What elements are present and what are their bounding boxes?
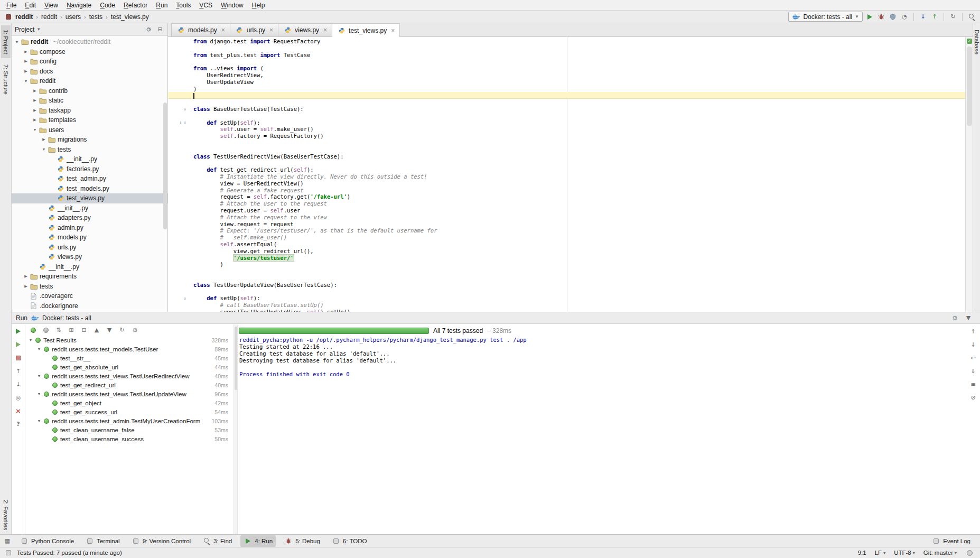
tree-item-adapters.py[interactable]: adapters.py	[12, 213, 167, 223]
chevron-down-icon[interactable]: ▼	[36, 392, 42, 396]
stripe-button-database[interactable]: Database	[972, 25, 980, 59]
tree-item-taskapp[interactable]: ▶taskapp	[12, 106, 167, 116]
toolwindow-button-pythonconsole[interactable]: Python Console	[17, 535, 77, 547]
test-result-row[interactable]: test_clean_username_success50ms	[25, 434, 234, 443]
help-icon[interactable]: ?	[14, 420, 23, 428]
test-result-row[interactable]: test_get_object42ms	[25, 398, 234, 407]
chevron-down-icon[interactable]: ▼	[14, 40, 20, 44]
code-line[interactable]	[168, 146, 965, 153]
down-stack-icon[interactable]: ↓	[969, 340, 977, 349]
menu-help[interactable]: Help	[248, 1, 269, 10]
override-marker-icon[interactable]: ↓	[184, 296, 186, 301]
code-line[interactable]	[168, 160, 965, 166]
chevron-right-icon[interactable]: ▶	[23, 69, 29, 73]
tree-item-reddit[interactable]: ▼reddit	[12, 76, 167, 86]
profiler-icon[interactable]: ◔	[900, 13, 909, 21]
code-line[interactable]: # Attach the user to the request	[168, 200, 965, 207]
rerun-icon[interactable]	[14, 327, 23, 336]
code-line[interactable]: view.request = request	[168, 221, 965, 228]
inspector-icon[interactable]	[965, 548, 974, 557]
code-line[interactable]	[168, 113, 965, 119]
vcs-update-icon[interactable]: ↓	[919, 13, 927, 21]
tree-item-.dockerignore[interactable]: .dockerignore	[12, 301, 167, 311]
code-line[interactable]	[168, 140, 965, 146]
editor-tab-views.py[interactable]: views.py×	[278, 23, 332, 36]
menu-vcs[interactable]: VCS	[195, 1, 217, 10]
menu-edit[interactable]: Edit	[21, 1, 40, 10]
tree-item-requirements[interactable]: ▶requirements	[12, 272, 167, 282]
pin-icon[interactable]: ◎	[14, 393, 23, 402]
chevron-right-icon[interactable]: ▶	[32, 108, 38, 113]
code-line[interactable]: self.user = self.make_user()	[168, 126, 965, 133]
test-result-row[interactable]: ▼reddit.users.tests.test_views.TestUserU…	[25, 389, 234, 398]
run-console-output[interactable]: reddit_pycha:python -u /opt/.pycharm_hel…	[238, 335, 966, 534]
menu-run[interactable]: Run	[152, 1, 172, 10]
breadcrumb-item[interactable]: reddit	[40, 13, 58, 21]
test-history-icon[interactable]: ↻	[118, 326, 126, 334]
menu-view[interactable]: View	[40, 1, 62, 10]
code-line[interactable]: view.get_redirect_url(),	[168, 248, 965, 255]
history-icon[interactable]: ↻	[949, 13, 957, 21]
chevron-right-icon[interactable]: ▶	[23, 284, 29, 289]
code-line[interactable]: # Attach the request to the view	[168, 214, 965, 221]
hide-icon[interactable]: ▼	[964, 314, 973, 322]
sort-alphabetically-icon[interactable]: ⇅	[54, 326, 63, 334]
breadcrumb-item[interactable]: reddit	[14, 13, 34, 21]
close-icon[interactable]: ×	[14, 406, 23, 415]
code-line[interactable]: self.factory = RequestFactory()	[168, 133, 965, 140]
settings-icon[interactable]	[144, 25, 153, 34]
switcher-icon[interactable]: ▦	[3, 537, 12, 545]
tree-item-compose[interactable]: ▶compose	[12, 47, 167, 57]
tree-item-reddit[interactable]: ▼reddit ~/cookiecutter/reddit	[12, 37, 167, 47]
show-ignored-icon[interactable]	[42, 326, 50, 334]
up-stack-icon[interactable]: ↑	[969, 327, 977, 336]
menu-code[interactable]: Code	[96, 1, 119, 10]
stop-icon[interactable]	[14, 354, 23, 362]
code-line[interactable]: class TestUserRedirectView(BaseUserTestC…	[168, 153, 965, 160]
code-line[interactable]	[168, 58, 965, 65]
tree-item-models.py[interactable]: models.py	[12, 232, 167, 243]
tree-item-test_admin.py[interactable]: test_admin.py	[12, 174, 167, 184]
run-icon[interactable]	[865, 13, 874, 21]
tree-item-test_views.py[interactable]: test_views.py	[12, 193, 167, 203]
menu-navigate[interactable]: Navigate	[62, 1, 96, 10]
tree-item-.coveragerc[interactable]: .coveragerc	[12, 291, 167, 301]
code-line[interactable]: request = self.factory.get('/fake-url')	[168, 193, 965, 200]
code-line[interactable]	[168, 275, 965, 282]
close-icon[interactable]: ×	[221, 26, 225, 34]
code-line[interactable]: )	[168, 86, 965, 92]
code-line[interactable]	[168, 45, 965, 52]
rerun-failed-icon[interactable]	[14, 340, 23, 349]
encoding-widget[interactable]: UTF-8▾	[894, 550, 915, 556]
close-icon[interactable]: ×	[391, 27, 395, 34]
collapse-all-icon[interactable]: ⊟	[80, 326, 88, 334]
chevron-down-icon[interactable]: ▼	[23, 79, 29, 83]
code-line[interactable]: '/users/testuser/'	[168, 255, 965, 262]
code-line[interactable]: from ..views import (	[168, 65, 965, 72]
code-line[interactable]: UserUpdateView	[168, 79, 965, 86]
previous-occurrence-icon[interactable]: ↑	[14, 367, 23, 375]
code-line[interactable]: # Instantiate the view directly. Never d…	[168, 173, 965, 180]
chevron-right-icon[interactable]: ▶	[41, 137, 47, 142]
tree-item-static[interactable]: ▶static	[12, 96, 167, 106]
tree-item-config[interactable]: ▶config	[12, 57, 167, 67]
code-line[interactable]: )	[168, 261, 965, 268]
settings-icon[interactable]	[950, 314, 959, 322]
toolwindow-button-5debug[interactable]: 5: Debug	[281, 535, 323, 547]
code-line[interactable]	[168, 92, 965, 99]
tree-item-__init__.py[interactable]: __init__.py	[12, 154, 167, 164]
menu-tools[interactable]: Tools	[172, 1, 195, 10]
code-editor[interactable]: from django.test import RequestFactoryfr…	[168, 37, 965, 312]
tree-item-factories.py[interactable]: factories.py	[12, 164, 167, 174]
code-line[interactable]	[168, 288, 965, 295]
code-line[interactable]: # Expect: '/users/testuser/', as that is…	[168, 227, 965, 234]
run-configuration-select[interactable]: Docker: tests - all ▼	[788, 12, 863, 22]
tree-item-migrations[interactable]: ▶migrations	[12, 135, 167, 145]
test-result-row[interactable]: ▼Test Results328ms	[25, 336, 234, 345]
chevron-right-icon[interactable]: ▶	[32, 89, 38, 93]
tree-item-docs[interactable]: ▶docs	[12, 67, 167, 77]
chevron-right-icon[interactable]: ▶	[32, 98, 38, 103]
chevron-down-icon[interactable]: ▼	[41, 147, 47, 151]
project-panel-header[interactable]: Project ▼ ⊟	[12, 23, 167, 36]
close-icon[interactable]: ×	[323, 26, 327, 34]
